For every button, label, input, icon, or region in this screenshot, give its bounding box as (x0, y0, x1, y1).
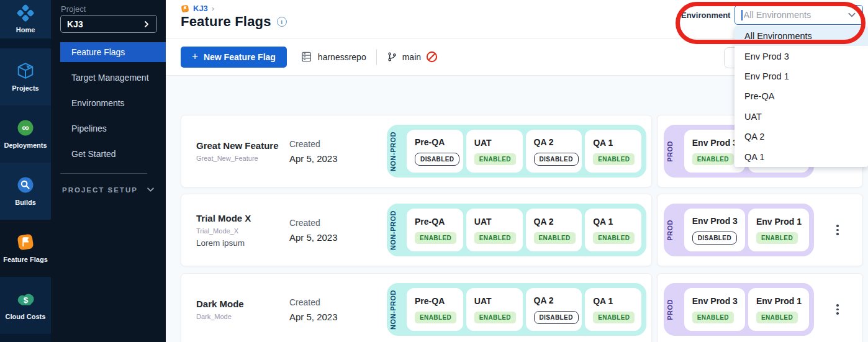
env-card[interactable]: QA 1 ENABLED (585, 130, 641, 173)
sidebar-item-pipelines[interactable]: Pipelines (60, 119, 166, 138)
kebab-menu-icon[interactable] (833, 300, 843, 318)
home-icon (17, 4, 34, 22)
module-rail: Home Projects ∞ Deployments Builds Featu… (0, 0, 51, 342)
flag-row-right: PROD Env Prod 3 DISABLED Env Prod 1 ENAB… (657, 194, 863, 266)
dropdown-option-qa-2[interactable]: QA 2 (735, 127, 868, 146)
flag-info: Great New Feature Great_New_Feature (196, 140, 289, 162)
status-badge: ENABLED (593, 232, 635, 244)
branch-name: main (402, 52, 421, 62)
flag-id: Dark_Mode (196, 313, 289, 320)
prohibited-icon (426, 51, 438, 63)
breadcrumb-separator: › (212, 4, 214, 13)
dropdown-option-qa-1[interactable]: QA 1 (735, 146, 868, 166)
env-card[interactable]: Env Prod 3 ENABLED (684, 288, 745, 331)
status-badge: DISABLED (534, 153, 579, 166)
created-label: Created (289, 218, 387, 228)
svg-text:∞: ∞ (22, 122, 29, 133)
env-name: QA 1 (593, 217, 641, 227)
prod-label: PROD (666, 141, 681, 162)
env-name: QA 2 (534, 295, 582, 305)
branch-selector[interactable]: main (387, 51, 438, 63)
rail-item-projects[interactable]: Projects (0, 48, 51, 106)
env-card[interactable]: QA 1 ENABLED (585, 288, 641, 331)
flag-info: Dark Mode Dark_Mode (196, 299, 289, 320)
breadcrumb: KJ3 › (181, 4, 214, 13)
sidebar-item-get-started[interactable]: Get Started (60, 144, 166, 164)
status-badge: ENABLED (534, 232, 576, 244)
sidebar-item-environments[interactable]: Environments (60, 93, 166, 113)
env-card[interactable]: Env Prod 1 ENABLED (748, 288, 809, 331)
env-card[interactable]: QA 1 ENABLED (585, 209, 641, 251)
prod-label: PROD (666, 299, 681, 320)
plus-icon: + (192, 50, 198, 63)
non-prod-group: NON-PROD Pre-QA ENABLED UAT ENABLED QA 2… (387, 283, 646, 336)
flag-name[interactable]: Trial Mode X (196, 213, 289, 223)
created-date: Apr 5, 2023 (289, 312, 387, 322)
dropdown-option-pre-qa[interactable]: Pre-QA (735, 86, 868, 106)
breadcrumb-project-link[interactable]: KJ3 (193, 4, 208, 13)
environment-filter-label: Environment (681, 11, 730, 20)
non-prod-group: NON-PROD Pre-QA ENABLED UAT ENABLED QA 2… (387, 204, 646, 256)
flag-id: Great_New_Feature (196, 155, 289, 162)
rail-item-deployments[interactable]: ∞ Deployments (0, 106, 51, 163)
created-label: Created (289, 297, 387, 307)
dropdown-option-all-environments[interactable]: All Environments (735, 26, 868, 46)
page-title: Feature Flags (181, 14, 271, 30)
project-setup-toggle[interactable]: PROJECT SETUP (62, 186, 155, 194)
non-prod-label: NON-PROD (389, 210, 404, 250)
dropdown-option-env-prod-1[interactable]: Env Prod 1 (735, 66, 868, 86)
status-badge: ENABLED (474, 312, 516, 323)
kebab-menu-icon[interactable] (833, 221, 843, 239)
env-card[interactable]: UAT ENABLED (466, 130, 523, 173)
status-badge: ENABLED (692, 312, 734, 323)
rail-item-label: Home (16, 26, 35, 34)
env-name: Pre-QA (415, 137, 463, 147)
environment-select[interactable]: All Environments (735, 5, 863, 25)
env-card[interactable]: QA 2 DISABLED (526, 130, 582, 173)
repo-selector[interactable]: harnessrepo (301, 51, 366, 63)
rail-item-feature-flags[interactable]: Feature Flags (0, 220, 51, 277)
env-name: QA 1 (593, 296, 641, 306)
rail-item-label: Deployments (4, 142, 47, 149)
dropdown-option-uat[interactable]: UAT (735, 107, 868, 127)
env-card[interactable]: QA 2 ENABLED (526, 209, 582, 251)
env-card[interactable]: Pre-QA DISABLED (407, 130, 463, 173)
env-name: UAT (474, 138, 523, 148)
env-name: Env Prod 1 (756, 217, 809, 227)
info-icon[interactable]: i (277, 17, 287, 27)
env-card[interactable]: UAT ENABLED (466, 288, 523, 331)
project-sidebar: Project KJ3 Feature Flags Target Managem… (51, 0, 166, 342)
status-badge: DISABLED (415, 153, 459, 166)
env-card[interactable]: UAT ENABLED (466, 209, 523, 251)
prod-group: PROD Env Prod 3 ENABLED Env Prod 1 ENABL… (664, 283, 814, 336)
prod-label: PROD (666, 220, 681, 241)
project-setup-label: PROJECT SETUP (62, 186, 138, 194)
env-name: UAT (474, 217, 523, 227)
rail-item-label: Builds (15, 199, 36, 206)
rail-item-label: Cloud Costs (6, 313, 46, 320)
env-card[interactable]: QA 2 DISABLED (526, 288, 582, 331)
project-name: KJ3 (67, 19, 83, 29)
env-card[interactable]: Pre-QA ENABLED (407, 209, 463, 251)
env-name: Pre-QA (415, 217, 463, 227)
flag-name[interactable]: Great New Feature (196, 140, 289, 151)
flag-id: Trial_Mode_X (196, 227, 289, 235)
rail-item-home[interactable]: Home (0, 0, 51, 38)
new-feature-flag-button[interactable]: + New Feature Flag (181, 47, 287, 68)
project-selector[interactable]: KJ3 (60, 15, 157, 33)
flag-name[interactable]: Dark Mode (196, 299, 289, 309)
flag-row-right: PROD Env Prod 3 ENABLED Env Prod 1 ENABL… (657, 273, 863, 342)
sidebar-item-feature-flags[interactable]: Feature Flags (60, 42, 166, 62)
rail-item-builds[interactable]: Builds (0, 163, 51, 220)
created-block: Created Apr 5, 2023 (289, 218, 387, 243)
created-block: Created Apr 5, 2023 (289, 297, 387, 322)
text-cursor (741, 10, 743, 20)
sidebar-item-target-management[interactable]: Target Management (60, 68, 166, 88)
env-card[interactable]: Env Prod 3 DISABLED (684, 209, 745, 251)
rail-item-cloud-costs[interactable]: $ Cloud Costs (0, 277, 51, 334)
env-card[interactable]: Env Prod 1 ENABLED (748, 209, 809, 251)
dropdown-option-env-prod-3[interactable]: Env Prod 3 (735, 46, 868, 66)
toolbar-divider (376, 49, 377, 65)
status-badge: DISABLED (534, 311, 579, 324)
env-card[interactable]: Pre-QA ENABLED (407, 288, 463, 331)
